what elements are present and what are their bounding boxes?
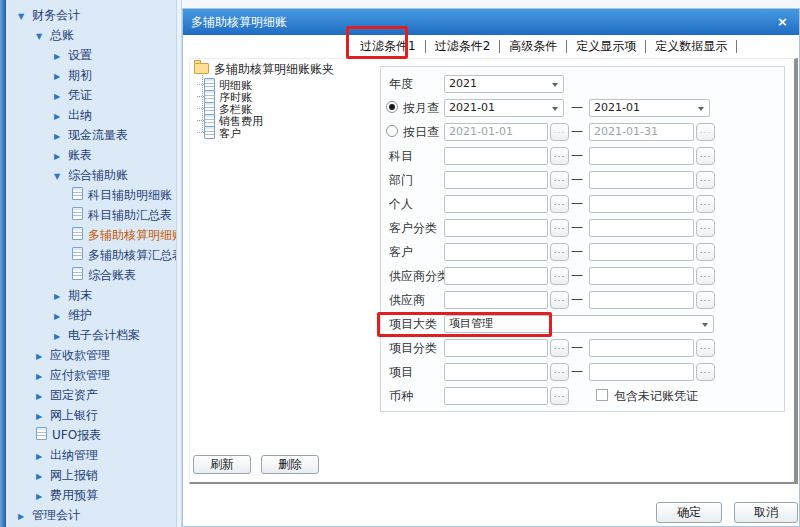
by-day-radio[interactable] [386,125,398,137]
chevron-down-icon[interactable]: ▼ [36,27,50,47]
tree-item-multicolumn[interactable]: 多栏账 [204,102,252,114]
chevron-right-icon[interactable]: ▶ [54,287,68,307]
customer-class-from-input[interactable] [444,219,548,237]
sidebar-item-payables-mgmt[interactable]: ▶应付款管理 [6,365,176,385]
customer-class-to-input[interactable] [589,219,694,237]
chevron-down-icon[interactable]: ▼ [18,7,32,27]
chevron-right-icon[interactable]: ▶ [54,127,68,147]
vendor-class-from-input[interactable] [444,267,548,285]
tab-define-data-display[interactable]: 定义数据显示 [648,38,734,55]
tree-item-customer[interactable]: 客户 [204,126,241,138]
sidebar-item-general-ledger[interactable]: ▼总账 [6,25,176,45]
customer-to-picker-button[interactable]: ... [696,243,715,261]
month-to-dropdown[interactable]: 2021-01 [589,99,710,117]
department-to-input[interactable] [589,171,694,189]
chevron-right-icon[interactable]: ▶ [54,47,68,67]
person-from-input[interactable] [444,195,548,213]
month-from-dropdown[interactable]: 2021-01 [444,99,564,117]
day-to-picker-button[interactable]: ... [696,123,715,141]
project-to-picker-button[interactable]: ... [696,363,715,381]
chevron-right-icon[interactable]: ▶ [36,367,50,387]
delete-button[interactable]: 删除 [261,455,319,474]
tree-item-detail-ledger[interactable]: 明细账 [204,78,252,90]
sidebar-item-account-tables[interactable]: ▶账表 [6,145,176,165]
chevron-right-icon[interactable]: ▶ [54,67,68,87]
person-to-input[interactable] [589,195,694,213]
chevron-right-icon[interactable]: ▶ [54,147,68,167]
sidebar-item-cashier[interactable]: ▶出纳 [6,105,176,125]
project-class-to-picker-button[interactable]: ... [696,339,715,357]
department-from-input[interactable] [444,171,548,189]
project-to-input[interactable] [589,363,694,381]
sidebar-item-voucher[interactable]: ▶凭证 [6,85,176,105]
vendor-from-input[interactable] [444,291,548,309]
chevron-right-icon[interactable]: ▶ [36,407,50,427]
sidebar-item-comprehensive-auxiliary[interactable]: ▼综合辅助账 [6,165,176,185]
sidebar-item-expense-budget[interactable]: ▶费用预算 [6,485,176,505]
subject-to-picker-button[interactable]: ... [696,147,715,165]
chevron-right-icon[interactable]: ▶ [36,487,50,507]
ok-button[interactable]: 确定 [656,502,722,523]
currency-picker-button[interactable]: ... [550,387,569,405]
project-major-class-dropdown[interactable]: 项目管理 [444,315,714,333]
vendor-to-input[interactable] [589,291,694,309]
tree-item-journal[interactable]: 序时账 [204,90,252,102]
tree-item-sales-expense[interactable]: 销售费用 [204,114,263,126]
refresh-button[interactable]: 刷新 [193,455,251,474]
department-to-picker-button[interactable]: ... [696,171,715,189]
sidebar-item-comprehensive-account-table[interactable]: 综合账表 [6,265,176,285]
person-to-picker-button[interactable]: ... [696,195,715,213]
sidebar-item-online-banking[interactable]: ▶网上银行 [6,405,176,425]
chevron-right-icon[interactable]: ▶ [36,467,50,487]
by-month-radio[interactable] [386,101,398,113]
sidebar-item-opening[interactable]: ▶期初 [6,65,176,85]
tab-filter-1[interactable]: 过滤条件1 [353,38,423,55]
sidebar-item-cash-flow-statement[interactable]: ▶现金流量表 [6,125,176,145]
chevron-right-icon[interactable]: ▶ [54,327,68,347]
sidebar-item-multi-aux-detail-selected[interactable]: 多辅助核算明细账 [6,225,176,245]
currency-input[interactable] [444,387,548,405]
dialog-titlebar[interactable]: 多辅助核算明细账 × [183,9,799,35]
chevron-right-icon[interactable]: ▶ [36,447,50,467]
tab-define-display-items[interactable]: 定义显示项 [569,38,643,55]
sidebar-item-cashier-mgmt[interactable]: ▶出纳管理 [6,445,176,465]
sidebar-item-period-end[interactable]: ▶期末 [6,285,176,305]
customer-class-to-picker-button[interactable]: ... [696,219,715,237]
subject-to-input[interactable] [589,147,694,165]
include-unposted-checkbox[interactable] [596,389,608,401]
year-dropdown[interactable]: 2021 [444,75,564,93]
day-to-input[interactable]: 2021-01-31 [589,123,694,141]
sidebar-item-subject-aux-summary[interactable]: 科目辅助汇总表 [6,205,176,225]
sidebar-item-e-accounting-archive[interactable]: ▶电子会计档案 [6,325,176,345]
chevron-right-icon[interactable]: ▶ [36,387,50,407]
chevron-right-icon[interactable]: ▶ [54,307,68,327]
sidebar-item-receivables-mgmt[interactable]: ▶应收款管理 [6,345,176,365]
sidebar-item-ufo-report[interactable]: UFO报表 [6,425,176,445]
day-from-input[interactable]: 2021-01-01 [444,123,548,141]
sidebar-item-settings[interactable]: ▶设置 [6,45,176,65]
sidebar-item-management-accounting[interactable]: ▶管理会计 [6,505,176,525]
ledger-tree-root[interactable]: 多辅助核算明细账账夹 [194,62,334,76]
sidebar-item-multi-aux-summary[interactable]: 多辅助核算汇总表 [6,245,176,265]
subject-from-input[interactable] [444,147,548,165]
sidebar-item-financial-accounting[interactable]: ▼财务会计 [6,5,176,25]
sidebar-item-maintenance[interactable]: ▶维护 [6,305,176,325]
vendor-to-picker-button[interactable]: ... [696,291,715,309]
chevron-right-icon[interactable]: ▶ [54,87,68,107]
chevron-right-icon[interactable]: ▶ [18,507,32,527]
tab-filter-2[interactable]: 过滤条件2 [428,38,498,55]
sidebar-item-subject-aux-detail[interactable]: 科目辅助明细账 [6,185,176,205]
chevron-right-icon[interactable]: ▶ [54,107,68,127]
tab-advanced[interactable]: 高级条件 [502,38,564,55]
chevron-down-icon[interactable]: ▼ [54,167,68,187]
vendor-class-to-input[interactable] [589,267,694,285]
project-class-to-input[interactable] [589,339,694,357]
close-icon[interactable]: × [777,9,788,34]
customer-to-input[interactable] [589,243,694,261]
project-from-input[interactable] [444,363,548,381]
chevron-right-icon[interactable]: ▶ [36,347,50,367]
sidebar-item-online-reimbursement[interactable]: ▶网上报销 [6,465,176,485]
project-class-from-input[interactable] [444,339,548,357]
sidebar-item-fixed-assets[interactable]: ▶固定资产 [6,385,176,405]
cancel-button[interactable]: 取消 [734,502,798,523]
